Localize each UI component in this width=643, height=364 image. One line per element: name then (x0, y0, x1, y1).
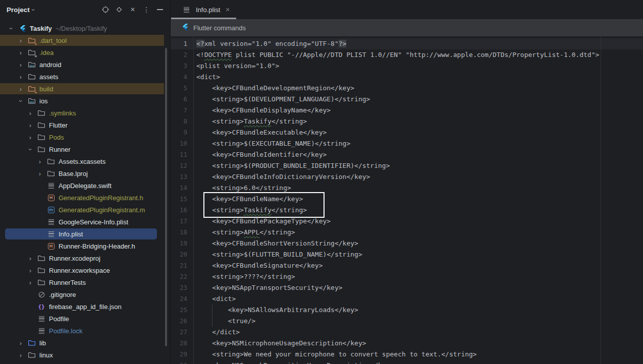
chevron-right-icon[interactable] (26, 134, 34, 141)
code-line-8[interactable]: 8 <string>Taskify</string> (171, 116, 643, 127)
tree-item-assets[interactable]: assets (0, 71, 170, 83)
tree-item-runner-bridging-header-h[interactable]: HRunner-Bridging-Header.h (0, 240, 170, 252)
chevron-right-icon[interactable] (26, 110, 34, 116)
chevron-right-icon[interactable] (17, 49, 25, 56)
tree-scrollbar[interactable] (165, 48, 167, 346)
code-editor[interactable]: 1<?xml version="1.0" encoding="UTF-8"?>2… (171, 36, 643, 364)
tree-item-podfile-lock[interactable]: Podfile.lock (0, 325, 170, 337)
line-number: 17 (171, 216, 187, 227)
code-text: <string>????</string> (187, 271, 295, 282)
code-line-30[interactable]: 30 <key>NSSpeechRecognitionUsageDescript… (171, 360, 643, 364)
code-line-17[interactable]: 17 <key>CFBundlePackageType</key> (171, 216, 643, 227)
line-number: 27 (171, 327, 187, 338)
tree-item-symlinks[interactable]: .symlinks (0, 107, 170, 119)
line-number: 2 (171, 49, 187, 60)
chevron-right-icon[interactable] (26, 267, 34, 274)
chevron-right-icon[interactable] (17, 62, 25, 68)
code-line-9[interactable]: 9 <key>CFBundleExecutable</key> (171, 127, 643, 138)
tree-item-gitignore[interactable]: .gitignore (0, 288, 170, 300)
tree-item-label: GeneratedPluginRegistrant.h (59, 194, 143, 202)
tree-item-runnertests[interactable]: RunnerTests (0, 276, 170, 288)
code-line-7[interactable]: 7 <key>CFBundleDisplayName</key> (171, 105, 643, 116)
tree-item-base-lproj[interactable]: Base.lproj (0, 167, 170, 179)
tree-item-firebase-app-id-file-json[interactable]: {}firebase_app_id_file.json (0, 300, 170, 313)
close-tab-icon[interactable]: ✕ (225, 7, 230, 13)
code-line-21[interactable]: 21 <key>CFBundleSignature</key> (171, 260, 643, 271)
code-line-2[interactable]: 2<!DOCTYPE plist PUBLIC "-//Apple//DTD P… (171, 49, 643, 60)
code-line-1[interactable]: 1<?xml version="1.0" encoding="UTF-8"?> (171, 38, 643, 49)
tree-item-build[interactable]: ✳build (0, 83, 170, 95)
code-line-11[interactable]: 11 <key>CFBundleIdentifier</key> (171, 149, 643, 160)
tree-item-info-plist[interactable]: Info.plist (0, 228, 170, 240)
flutter-logo-icon (18, 24, 26, 32)
chevron-down-icon[interactable] (7, 25, 15, 32)
chevron-right-icon[interactable] (26, 122, 34, 129)
chevron-right-icon[interactable] (17, 352, 25, 358)
chevron-right-icon[interactable] (26, 279, 34, 286)
code-line-26[interactable]: 26 <true/> (171, 316, 643, 327)
tree-item-runner[interactable]: Runner (0, 143, 170, 155)
code-line-24[interactable]: 24 <dict> (171, 293, 643, 305)
panel-title[interactable]: Project (7, 6, 30, 14)
code-line-23[interactable]: 23 <key>NSAppTransportSecurity</key> (171, 282, 643, 293)
chevron-right-icon[interactable] (17, 86, 25, 92)
code-line-14[interactable]: 14 <string>6.0</string> (171, 183, 643, 194)
tab-info-plist[interactable]: Info.plist ✕ (171, 0, 237, 19)
chevron-down-icon[interactable]: › (30, 9, 36, 11)
tree-item-assets-xcassets[interactable]: Assets.xcassets (0, 155, 170, 167)
tree-item-label: Runner.xcworkspace (49, 267, 110, 274)
tree-item-generatedpluginregistrant-m[interactable]: mGeneratedPluginRegistrant.m (0, 204, 170, 216)
flutter-commands-banner[interactable]: Flutter commands (171, 19, 643, 36)
line-number: 28 (171, 338, 187, 349)
code-line-20[interactable]: 20 <string>$(FLUTTER_BUILD_NAME)</string… (171, 249, 643, 260)
chevron-right-icon[interactable] (26, 255, 34, 262)
code-line-15[interactable]: 15 <key>CFBundleName</key> (171, 194, 643, 205)
tree-item-idea[interactable]: ✳.idea (0, 46, 170, 58)
code-line-27[interactable]: 27 </dict> (171, 327, 643, 338)
target-icon[interactable] (101, 6, 110, 14)
chevron-right-icon[interactable] (17, 74, 25, 80)
code-line-13[interactable]: 13 <key>CFBundleInfoDictionaryVersion</k… (171, 171, 643, 183)
tree-item-runner-xcodeproj[interactable]: Runner.xcodeproj (0, 252, 170, 264)
tree-item-pods[interactable]: Pods (0, 131, 170, 143)
tree-item-runner-xcworkspace[interactable]: Runner.xcworkspace (0, 264, 170, 276)
tree-item-lib[interactable]: lib (0, 337, 170, 349)
code-line-19[interactable]: 19 <key>CFBundleShortVersionString</key> (171, 238, 643, 249)
code-line-25[interactable]: 25 <key>NSAllowsArbitraryLoads</key> (171, 305, 643, 316)
editor-tab-bar: Info.plist ✕ (171, 0, 643, 19)
code-line-3[interactable]: 3<plist version="1.0"> (171, 60, 643, 72)
indent-guide (212, 305, 212, 327)
close-x-icon[interactable]: ✕ (129, 6, 137, 14)
chevron-right-icon[interactable] (17, 37, 25, 44)
tree-item-linux[interactable]: linux (0, 349, 170, 361)
chevron-right-icon[interactable] (36, 158, 44, 165)
tree-item-googleservice-info-plist[interactable]: GoogleService-Info.plist (0, 216, 170, 228)
code-line-22[interactable]: 22 <string>????</string> (171, 271, 643, 282)
code-line-16[interactable]: 16 <string>Taskify</string> (171, 205, 643, 216)
tree-item-android[interactable]: android (0, 58, 170, 71)
chevron-down-icon[interactable] (26, 146, 34, 153)
code-line-5[interactable]: 5 <key>CFBundleDevelopmentRegion</key> (171, 83, 643, 94)
code-line-10[interactable]: 10 <string>$(EXECUTABLE_NAME)</string> (171, 138, 643, 149)
tree-item-appdelegate-swift[interactable]: AppDelegate.swift (0, 179, 170, 192)
code-line-28[interactable]: 28 <key>NSMicrophoneUsageDescription</ke… (171, 338, 643, 349)
chevron-right-icon[interactable] (36, 170, 44, 177)
panel-toolbar: ✕⋮ (101, 6, 164, 14)
tree-item-generatedpluginregistrant-h[interactable]: HGeneratedPluginRegistrant.h (0, 192, 170, 204)
tree-item-podfile[interactable]: Podfile (0, 313, 170, 325)
file-m-icon: m (47, 206, 55, 214)
tree-item-taskify[interactable]: Taskify~/Desktop/Taskify (0, 22, 170, 34)
chevron-down-icon[interactable] (17, 98, 25, 104)
dash-icon[interactable] (156, 6, 164, 14)
code-line-6[interactable]: 6 <string>$(DEVELOPMENT_LANGUAGE)</strin… (171, 94, 643, 105)
chevron-right-icon[interactable] (17, 340, 25, 346)
tree-item-flutter[interactable]: Flutter (0, 119, 170, 131)
tree-item-ios[interactable]: ios (0, 95, 170, 107)
kebab-icon[interactable]: ⋮ (142, 6, 150, 14)
code-line-29[interactable]: 29 <string>We need your microphone to co… (171, 349, 643, 360)
diamond-icon[interactable] (115, 6, 123, 14)
code-line-18[interactable]: 18 <string>APPL</string> (171, 227, 643, 238)
tree-item-dart-tool[interactable]: ✳.dart_tool (0, 34, 170, 46)
code-line-4[interactable]: 4<dict> (171, 72, 643, 83)
code-line-12[interactable]: 12 <string>$(PRODUCT_BUNDLE_IDENTIFIER)<… (171, 160, 643, 171)
